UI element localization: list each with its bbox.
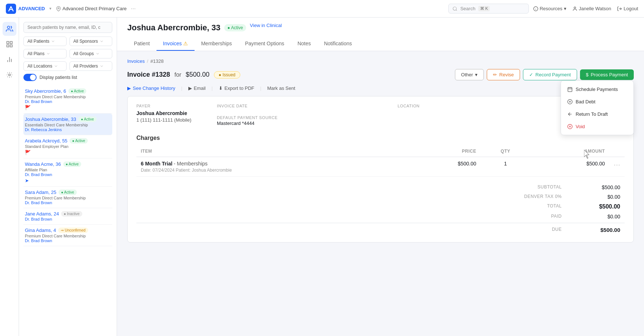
logout-button[interactable]: Logout — [617, 6, 638, 11]
patient-item-selected[interactable]: Joshua Abercrombie, 33 ● Active Essentia… — [23, 114, 112, 135]
record-payment-button[interactable]: ✓ Record Payment — [523, 69, 577, 80]
invoice-header-row: Invoice #1328 for $500.00 ● Issued Other… — [127, 69, 634, 80]
status-badge: ● Inactive — [61, 211, 82, 217]
tab-notifications[interactable]: Notifications — [317, 37, 358, 51]
tab-payment-options[interactable]: Payment Options — [238, 37, 291, 51]
x-circle-red-icon — [567, 123, 573, 129]
download-icon: ⬇ — [219, 85, 223, 91]
all-locations-filter[interactable]: All Locations — [23, 61, 67, 71]
invoice-content: Invoices / #1328 Invoice #1328 for $500.… — [117, 51, 644, 336]
col-actions — [609, 146, 625, 157]
mark-sent-link[interactable]: Mark as Sent — [267, 85, 295, 91]
charge-qty-cell: 1 — [481, 157, 530, 177]
all-patients-filter[interactable]: All Patients — [23, 37, 67, 46]
schedule-payments-item[interactable]: Schedule Payments — [561, 83, 633, 95]
status-badge: ● Active — [78, 117, 97, 122]
other-button[interactable]: Other ▾ — [455, 69, 484, 80]
invoice-action-row: ▶ See Change History | ▶ Email | ⬇ Expor… — [127, 85, 634, 91]
all-groups-filter[interactable]: All Groups — [69, 49, 113, 58]
app-logo[interactable]: ADVANCED — [6, 4, 45, 14]
patient-title-row: Joshua Abercrombie, 33 ● Active View in … — [127, 23, 634, 33]
location-selector[interactable]: Advanced Direct Primary Care — [56, 6, 127, 11]
breadcrumb-invoice-id: #1328 — [150, 58, 163, 64]
check-icon: ✓ — [529, 72, 533, 77]
nav-actions: Resources ▾ Janelle Watson Logout — [533, 6, 638, 11]
user-profile[interactable]: Janelle Watson — [572, 6, 611, 11]
arrow-left-icon — [567, 111, 573, 117]
invoice-amount: $500.00 — [186, 71, 210, 79]
invoice-status-badge: ● Issued — [214, 71, 240, 79]
payer-section: PAYER Joshua Abercrombie 1 (111) 111-111… — [136, 104, 625, 126]
nav-dashboard-icon[interactable] — [3, 37, 16, 51]
invoice-meta-grid: INVOICE DATE LOCATION DEFAULT PAYMENT SO… — [217, 104, 575, 126]
patient-item[interactable]: Sky Abercrombie, 6 ● Active Premium Dire… — [23, 85, 112, 114]
svg-point-14 — [8, 74, 10, 76]
tab-notes[interactable]: Notes — [291, 37, 317, 51]
charge-more-button[interactable]: ⋯ — [609, 157, 625, 177]
invoice-for-label: for — [174, 72, 181, 78]
invoice-date-cell: INVOICE DATE — [217, 104, 394, 109]
more-options-icon[interactable]: ⋯ — [131, 6, 136, 11]
patient-sidebar: All Patients All Sponsors All Plans All … — [19, 18, 117, 336]
patient-header: Joshua Abercrombie, 33 ● Active View in … — [117, 18, 644, 51]
calendar-icon — [567, 86, 573, 92]
breadcrumb-invoices-link[interactable]: Invoices — [127, 58, 145, 64]
filter-row-2: All Plans All Groups — [23, 49, 112, 58]
col-amount: Amount — [530, 146, 609, 157]
patient-search-input[interactable] — [23, 22, 112, 33]
status-badge: ● Active — [68, 88, 87, 94]
global-search[interactable]: Search ⌘ K — [448, 4, 529, 14]
tab-invoices[interactable]: Invoices ⚠ — [157, 37, 195, 51]
email-link[interactable]: ▶ Email — [188, 85, 206, 91]
svg-rect-7 — [7, 42, 9, 44]
main-content: Joshua Abercrombie, 33 ● Active View in … — [117, 18, 644, 336]
tab-patient[interactable]: Patient — [127, 37, 157, 51]
tax-row: DENVER TAX 0% $0.00 — [136, 192, 625, 202]
display-patients-toggle-row: Display patients list — [23, 74, 112, 81]
return-to-draft-item[interactable]: Return To Draft — [561, 108, 633, 120]
export-pdf-link[interactable]: ⬇ Export to PDF — [219, 85, 255, 91]
tab-memberships[interactable]: Memberships — [195, 37, 238, 51]
icon-rail — [0, 18, 19, 336]
patient-item[interactable]: Wanda Acme, 36 ● Active Affiliate Plan D… — [23, 159, 112, 187]
table-row: 6 Month Trial - Memberships Date: 07/24/… — [136, 157, 625, 177]
location-cell: LOCATION — [398, 104, 575, 109]
svg-point-1 — [58, 8, 59, 9]
all-providers-filter[interactable]: All Providers — [69, 61, 113, 71]
process-payment-button[interactable]: $ Process Payment — [580, 69, 634, 80]
svg-rect-9 — [10, 45, 12, 47]
resources-link[interactable]: Resources ▾ — [533, 6, 566, 11]
logo-chevron-icon[interactable]: ▾ — [49, 6, 52, 11]
display-patients-toggle[interactable] — [23, 74, 37, 81]
patient-item[interactable]: Jane Adams, 24 ● Inactive Dr. Brad Brown — [23, 208, 112, 225]
svg-rect-8 — [10, 42, 12, 44]
revise-button[interactable]: ✏ Revise — [487, 69, 520, 80]
circle-x-icon — [567, 99, 573, 104]
patient-name: Joshua Abercrombie, 33 — [127, 23, 221, 33]
patient-item[interactable]: Sara Adam, 25 ● Active Premium Direct Ca… — [23, 187, 112, 208]
view-in-clinical-link[interactable]: View in Clinical — [250, 23, 282, 28]
all-sponsors-filter[interactable]: All Sponsors — [69, 37, 113, 46]
patient-status-badge: ● Active — [224, 24, 246, 31]
flag-icon: 🚩 — [25, 150, 111, 155]
nav-patients-icon[interactable] — [3, 22, 16, 36]
patient-item[interactable]: Gina Adams, 4 ⇒ Unconfirmed Premium Dire… — [23, 225, 112, 246]
all-plans-filter[interactable]: All Plans — [23, 49, 67, 58]
svg-rect-15 — [568, 87, 572, 91]
totals-section: SUBTOTAL $500.00 DENVER TAX 0% $0.00 TOT… — [136, 183, 625, 235]
nav-settings-icon[interactable] — [3, 68, 16, 82]
status-badge: ● Active — [63, 161, 82, 167]
see-change-history-link[interactable]: ▶ See Change History — [127, 85, 175, 91]
patient-item[interactable]: Arabela Ackroyd, 55 ● Active Standard Em… — [23, 135, 112, 159]
edit-icon: ✏ — [493, 72, 497, 77]
invoice-meta: INVOICE DATE LOCATION DEFAULT PAYMENT SO… — [217, 104, 575, 126]
main-layout: All Patients All Sponsors All Plans All … — [0, 18, 644, 336]
charge-item-cell: 6 Month Trial - Memberships Date: 07/24/… — [136, 157, 407, 177]
search-kbd: ⌘ K — [478, 6, 490, 11]
col-item: Item — [136, 146, 407, 157]
col-price: Price — [407, 146, 481, 157]
nav-charts-icon[interactable] — [3, 53, 16, 66]
bad-debt-item[interactable]: Bad Debt — [561, 95, 633, 108]
void-item[interactable]: Void — [561, 120, 633, 133]
subtotal-row: SUBTOTAL $500.00 — [136, 183, 625, 192]
